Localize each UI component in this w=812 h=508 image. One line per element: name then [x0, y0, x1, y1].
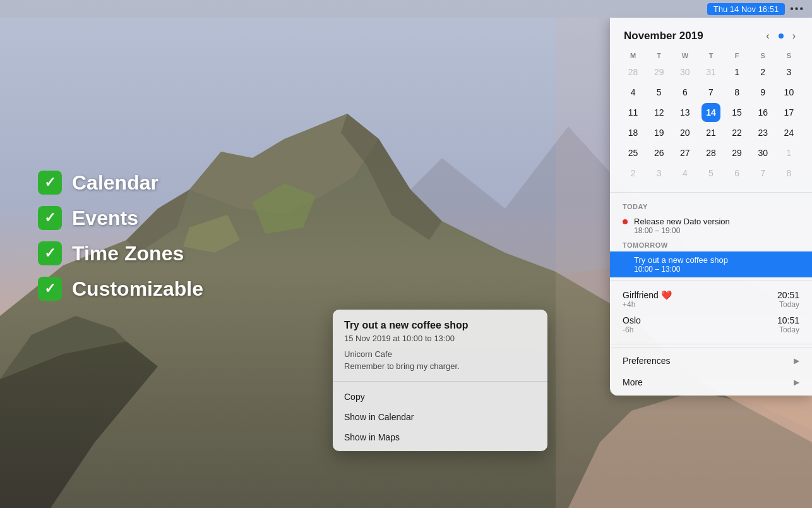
preferences-menu-item[interactable]: Preferences ▶ [610, 350, 812, 372]
feature-item: Events [38, 206, 203, 230]
preferences-label: Preferences [623, 356, 670, 366]
calendar-day-cell[interactable]: 7 [753, 164, 772, 183]
more-menu-item[interactable]: More ▶ [610, 372, 812, 393]
tz-item-girlfriend[interactable]: Girlfriend ❤️ +4h 20:51 Today [610, 287, 812, 312]
event-time-release: 18:00 – 19:00 [634, 226, 799, 235]
calendar-day-cell[interactable]: 1 [779, 143, 798, 162]
feature-item: Time Zones [38, 241, 203, 265]
feature-checkbox-icon [38, 277, 62, 301]
event-dot-red [623, 219, 628, 224]
calendar-day-cell[interactable]: 5 [650, 83, 669, 102]
calendar-day-cell[interactable]: 15 [727, 103, 746, 122]
today-section-label: TODAY [610, 200, 812, 213]
tomorrow-section-label: TOMORROW [610, 239, 812, 251]
context-menu: Try out a new coffee shop 15 Nov 2019 at… [333, 310, 547, 451]
calendar-navigation: ‹ › [763, 29, 798, 43]
calendar-day-cell[interactable]: 26 [650, 143, 669, 162]
menubar: Thu 14 Nov 16:51 ••• [0, 0, 812, 18]
feature-checkbox-icon [38, 241, 62, 265]
tz-left-girlfriend: Girlfriend ❤️ +4h [623, 290, 672, 309]
calendar-week-row: 45678910 [620, 82, 802, 102]
calendar-day-cell[interactable]: 9 [753, 83, 772, 102]
context-event-details: Try out a new coffee shop 15 Nov 2019 at… [333, 310, 547, 380]
calendar-day-cell[interactable]: 16 [753, 103, 772, 122]
calendar-day-cell[interactable]: 27 [676, 143, 695, 162]
calendar-day-cell[interactable]: 23 [753, 123, 772, 142]
calendar-day-cell[interactable]: 21 [702, 123, 720, 142]
calendar-next-button[interactable]: › [790, 29, 798, 43]
calendar-day-header: T [646, 49, 672, 62]
more-label: More [623, 377, 643, 387]
events-section: TODAY Release new Dato version 18:00 – 1… [610, 195, 812, 277]
event-dot-blue [623, 258, 628, 263]
calendar-day-cell[interactable]: 4 [676, 164, 695, 183]
event-title-coffee: Try out a new coffee shop [634, 255, 799, 265]
tz-right-girlfriend: 20:51 Today [777, 290, 799, 309]
calendar-week-row: 11121314151617 [620, 102, 802, 123]
calendar-day-header: F [724, 49, 750, 62]
ctx-copy-action[interactable]: Copy [333, 387, 547, 407]
calendar-day-cell[interactable]: 28 [624, 63, 643, 82]
calendar-day-cell[interactable]: 17 [779, 103, 798, 122]
tz-left-oslo: Oslo -6h [623, 315, 641, 334]
tz-item-oslo[interactable]: Oslo -6h 10:51 Today [610, 312, 812, 337]
calendar-day-header: S [776, 49, 802, 62]
calendar-day-header: S [750, 49, 776, 62]
calendar-day-cell[interactable]: 31 [702, 63, 720, 82]
calendar-day-cell[interactable]: 29 [650, 63, 669, 82]
calendar-grid: MTWTFSS 28293031123456789101112131415161… [610, 49, 812, 190]
calendar-day-cell[interactable]: 25 [624, 143, 643, 162]
features-list: CalendarEventsTime ZonesCustomizable [38, 171, 203, 312]
calendar-day-cell[interactable]: 14 [702, 103, 720, 122]
tz-time-oslo: 10:51 [777, 315, 799, 325]
calendar-day-cell[interactable]: 7 [702, 83, 720, 102]
menubar-datetime[interactable]: Thu 14 Nov 16:51 [707, 3, 785, 15]
calendar-day-cell[interactable]: 2 [753, 63, 772, 82]
calendar-day-header: M [620, 49, 646, 62]
calendar-day-cell[interactable]: 20 [676, 123, 695, 142]
calendar-day-cell[interactable]: 18 [624, 123, 643, 142]
feature-label-text: Events [72, 207, 138, 230]
event-time-coffee: 10:00 – 13:00 [634, 265, 799, 274]
calendar-weeks: 2829303112345678910111213141516171819202… [620, 62, 802, 183]
calendar-day-cell[interactable]: 6 [676, 83, 695, 102]
calendar-day-cell[interactable]: 22 [727, 123, 746, 142]
calendar-day-cell[interactable]: 4 [624, 83, 643, 102]
event-title-release: Release new Dato version [634, 217, 799, 226]
calendar-day-cell[interactable]: 30 [753, 143, 772, 162]
context-event-location: Unicorn Cafe [344, 349, 536, 359]
calendar-today-dot[interactable] [779, 33, 784, 39]
calendar-week-row: 2526272829301 [620, 143, 802, 163]
tz-day-girlfriend: Today [777, 300, 799, 309]
calendar-day-cell[interactable]: 6 [727, 164, 746, 183]
calendar-day-cell[interactable]: 30 [676, 63, 695, 82]
calendar-prev-button[interactable]: ‹ [763, 29, 772, 43]
calendar-day-cell[interactable]: 3 [779, 63, 798, 82]
calendar-day-cell[interactable]: 1 [727, 63, 746, 82]
timezones-divider [610, 280, 812, 281]
calendar-day-cell[interactable]: 5 [702, 164, 720, 183]
bottom-menu: Preferences ▶ More ▶ [610, 347, 812, 396]
ctx-show-maps-action[interactable]: Show in Maps [333, 427, 547, 447]
menubar-more-icon[interactable]: ••• [790, 3, 804, 15]
calendar-day-cell[interactable]: 3 [650, 164, 669, 183]
event-item-coffee[interactable]: Try out a new coffee shop 10:00 – 13:00 [610, 251, 812, 277]
calendar-day-cell[interactable]: 8 [779, 164, 798, 183]
calendar-week-row: 2345678 [620, 163, 802, 183]
ctx-show-calendar-action[interactable]: Show in Calendar [333, 407, 547, 427]
calendar-day-cell[interactable]: 19 [650, 123, 669, 142]
calendar-week-row: 18192021222324 [620, 123, 802, 143]
calendar-day-cell[interactable]: 28 [702, 143, 720, 162]
calendar-day-cell[interactable]: 12 [650, 103, 669, 122]
tz-day-oslo: Today [777, 325, 799, 334]
calendar-day-cell[interactable]: 2 [624, 164, 643, 183]
calendar-day-cell[interactable]: 11 [624, 103, 643, 122]
event-item-release[interactable]: Release new Dato version 18:00 – 19:00 [610, 213, 812, 239]
calendar-day-cell[interactable]: 13 [676, 103, 695, 122]
calendar-day-cell[interactable]: 10 [779, 83, 798, 102]
tz-name-oslo: Oslo [623, 315, 641, 325]
calendar-day-cell[interactable]: 24 [779, 123, 798, 142]
calendar-day-cell[interactable]: 8 [727, 83, 746, 102]
calendar-day-cell[interactable]: 29 [727, 143, 746, 162]
tz-offset-girlfriend: +4h [623, 300, 672, 309]
